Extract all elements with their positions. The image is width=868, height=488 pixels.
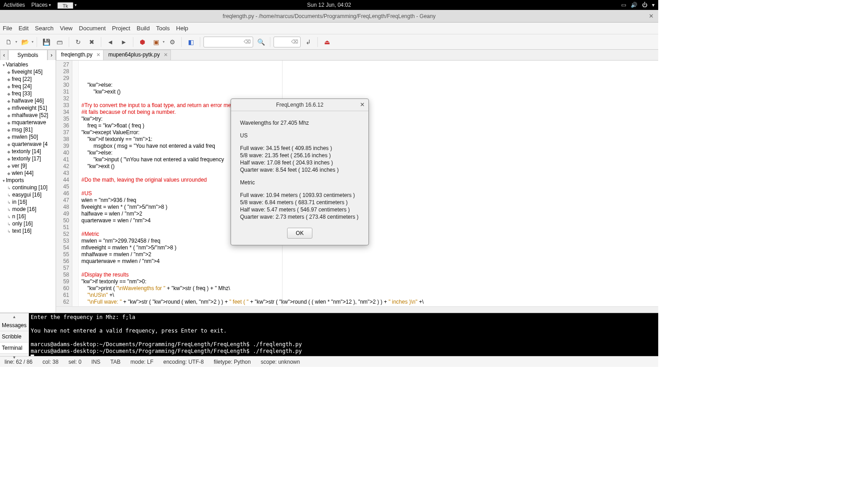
bottom-tab-messages[interactable]: Messages <box>0 320 28 331</box>
terminal[interactable]: Enter the frequency in Mhz: f;la You hav… <box>29 313 658 356</box>
places-menu[interactable]: Places <box>31 2 51 8</box>
symbol-item[interactable]: ◆mfiveeight [51] <box>0 104 56 112</box>
goto-button[interactable]: ↲ <box>302 36 314 48</box>
menu-file[interactable]: File <box>3 25 12 32</box>
symbol-item[interactable]: ◆wlen [44] <box>0 169 56 177</box>
line-gutter: 2728293031323334353637383940414243444546… <box>56 61 72 306</box>
clear-goto-icon[interactable]: ⌫ <box>291 39 298 45</box>
nav-back-button[interactable]: ◄ <box>104 36 116 48</box>
menu-help[interactable]: Help <box>176 25 189 32</box>
gnome-top-bar: Activities Places Tk Sun 12 Jun, 04:02 ▭… <box>0 0 658 10</box>
goto-line-input[interactable]: ⌫ <box>274 37 301 47</box>
dialog-m-quarter: Quarter wave: 2.73 meters ( 273.48 centi… <box>240 213 359 221</box>
import-item[interactable]: ↳mode [16] <box>0 206 56 213</box>
dialog-m-half: Half wave: 5.47 meters ( 546.97 centimet… <box>240 206 359 213</box>
close-tab-icon[interactable]: ✕ <box>164 52 168 58</box>
menu-edit[interactable]: Edit <box>19 25 28 32</box>
bottom-collapse-up[interactable]: ▴ <box>0 313 28 320</box>
symbol-item[interactable]: ◆quarterwave [4 <box>0 141 56 148</box>
symbol-item[interactable]: ◆textonly [17] <box>0 155 56 162</box>
sidebar-tab-symbols[interactable]: Symbols <box>8 50 47 60</box>
symbol-item[interactable]: ◆msg [81] <box>0 126 56 133</box>
window-close-button[interactable]: ✕ <box>649 13 654 19</box>
find-button[interactable]: 🔍 <box>255 36 267 48</box>
menu-search[interactable]: Search <box>35 25 53 32</box>
symbol-item[interactable]: ◆mwlen [50] <box>0 133 56 141</box>
tree-group-variables[interactable]: Variables <box>0 61 56 68</box>
build-button[interactable]: ▣ <box>150 36 162 48</box>
dialog-us-half: Half wave: 17.08 feet ( 204.93 inches ) <box>240 159 359 166</box>
import-item[interactable]: ↳n [16] <box>0 213 56 220</box>
bottom-tab-scribble[interactable]: Scribble <box>0 331 28 343</box>
dialog-close-button[interactable]: ✕ <box>360 101 365 108</box>
import-item[interactable]: ↳easygui [16] <box>0 191 56 198</box>
import-item[interactable]: ↳text [16] <box>0 227 56 235</box>
dialog-header-text: Wavelengths for 27.405 Mhz <box>240 119 359 127</box>
dialog-ok-button[interactable]: OK <box>287 228 312 239</box>
status-filetype: filetype: Python <box>214 359 251 365</box>
dialog-m-58: 5/8 wave: 6.84 meters ( 683.71 centimete… <box>240 199 359 206</box>
close-tab-icon[interactable]: ✕ <box>96 52 100 58</box>
dialog-m-full: Full wave: 10.94 meters ( 1093.93 centim… <box>240 192 359 199</box>
open-file-button[interactable]: 📂 <box>19 36 31 48</box>
menu-document[interactable]: Document <box>79 25 106 32</box>
menu-build[interactable]: Build <box>137 25 150 32</box>
new-file-button[interactable]: 🗋 <box>3 36 14 48</box>
file-tabs: freqlength.py✕ mupen64plus-pytk.py✕ <box>56 50 658 61</box>
color-chooser-button[interactable]: ◧ <box>185 36 197 48</box>
save-button[interactable]: 💾 <box>40 36 52 48</box>
status-ins: INS <box>91 359 100 365</box>
power-icon[interactable]: ⏻ <box>642 2 647 8</box>
dialog-title-text: FreqLength 16.6.12 <box>276 102 324 108</box>
network-icon[interactable]: ▭ <box>621 2 626 8</box>
dialog-us-label: US <box>240 132 359 139</box>
sidebar: ‹ Symbols › Variables ◆fiveeight [45]◆fr… <box>0 50 56 313</box>
reload-button[interactable]: ↻ <box>72 36 84 48</box>
compile-button[interactable]: ⬢ <box>137 36 148 48</box>
menu-bar: File Edit Search View Document Project B… <box>0 23 658 34</box>
dialog-titlebar[interactable]: FreqLength 16.6.12 ✕ <box>231 99 368 111</box>
execute-button[interactable]: ⚙ <box>166 36 178 48</box>
import-item[interactable]: ↳continuing [10] <box>0 184 56 191</box>
close-file-button[interactable]: ✖ <box>86 36 98 48</box>
tree-group-imports[interactable]: Imports <box>0 177 56 184</box>
symbol-item[interactable]: ◆ver [9] <box>0 162 56 169</box>
sidebar-tab-prev[interactable]: ‹ <box>0 50 8 60</box>
symbol-item[interactable]: ◆fiveeight [45] <box>0 68 56 75</box>
save-all-button[interactable]: 🗃 <box>54 36 66 48</box>
symbol-item[interactable]: ◆freq [33] <box>0 90 56 97</box>
symbol-item[interactable]: ◆mquarterwave <box>0 119 56 126</box>
find-input[interactable]: ⌫ <box>203 37 253 47</box>
symbol-item[interactable]: ◆freq [22] <box>0 75 56 83</box>
file-tab-mupen[interactable]: mupen64plus-pytk.py✕ <box>103 50 171 60</box>
activities-button[interactable]: Activities <box>4 2 25 8</box>
system-menu-arrow-icon[interactable]: ▾ <box>652 2 655 8</box>
file-tab-freqlength[interactable]: freqlength.py✕ <box>56 50 104 60</box>
clear-find-icon[interactable]: ⌫ <box>244 39 251 45</box>
symbol-item[interactable]: ◆textonly [14] <box>0 148 56 155</box>
menu-view[interactable]: View <box>60 25 73 32</box>
sidebar-tab-next[interactable]: › <box>47 50 56 60</box>
quit-button[interactable]: ⏏ <box>321 36 333 48</box>
symbol-item[interactable]: ◆freq [24] <box>0 83 56 90</box>
menu-project[interactable]: Project <box>112 25 130 32</box>
tk-app-menu[interactable]: Tk <box>57 2 76 8</box>
menu-tools[interactable]: Tools <box>156 25 170 32</box>
horizontal-scrollbar[interactable] <box>56 306 658 313</box>
clock[interactable]: Sun 12 Jun, 04:02 <box>307 2 351 8</box>
symbol-tree[interactable]: Variables ◆fiveeight [45]◆freq [22]◆freq… <box>0 60 56 313</box>
symbol-item[interactable]: ◆halfwave [46] <box>0 97 56 104</box>
import-item[interactable]: ↳only [16] <box>0 220 56 227</box>
volume-icon[interactable]: 🔊 <box>631 2 637 8</box>
symbol-item[interactable]: ◆mhalfwave [52] <box>0 112 56 119</box>
status-mode: mode: LF <box>131 359 154 365</box>
bottom-tab-terminal[interactable]: Terminal <box>0 343 28 354</box>
tk-label: Tk <box>57 2 73 9</box>
status-line: line: 62 / 86 <box>5 359 33 365</box>
dialog-metric-label: Metric <box>240 179 359 186</box>
import-item[interactable]: ↳in [16] <box>0 198 56 206</box>
nav-forward-button[interactable]: ► <box>118 36 130 48</box>
status-encoding: encoding: UTF-8 <box>163 359 203 365</box>
file-tab-label: freqlength.py <box>61 52 92 58</box>
fold-column[interactable] <box>72 61 79 306</box>
